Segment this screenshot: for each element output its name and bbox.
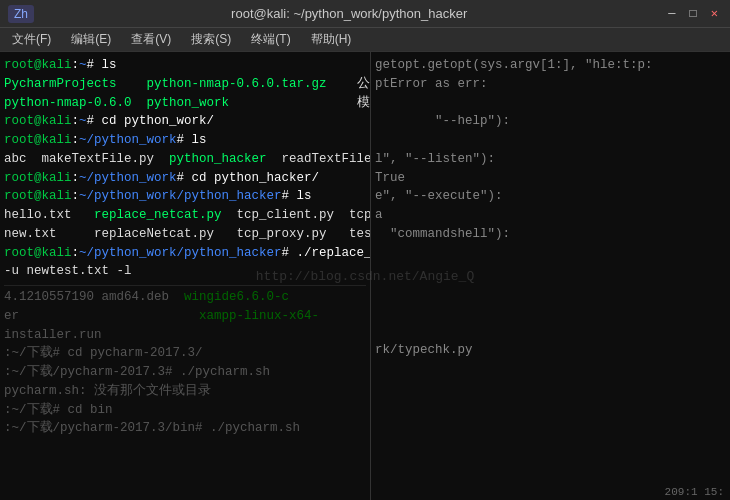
title-bar: Zh root@kali: ~/python_work/python_hacke… <box>0 0 730 28</box>
terminal-line: python-nmap-0.6.0 python_work 模板 图片 下载 桌… <box>4 94 366 113</box>
status-bar: 209:1 15: <box>665 486 724 498</box>
terminal-line: abc makeTextFile.py python_hacker readTe… <box>4 150 366 169</box>
menu-edit[interactable]: 编辑(E) <box>63 29 119 50</box>
terminal-line <box>375 244 726 263</box>
terminal-line: :~/下载/pycharm-2017.3# ./pycharm.sh <box>4 363 366 382</box>
terminal-line: :~/下载# cd pycharm-2017.3/ <box>4 344 366 363</box>
terminal-line: getopt.getopt(sys.argv[1:], "hle:t:p: <box>375 56 726 75</box>
terminal-line: root@kali:~/python_work# cd python_hacke… <box>4 169 366 188</box>
terminal[interactable]: root@kali:~# ls PycharmProjects python-n… <box>0 52 730 500</box>
terminal-line: hello.txt replace_netcat.py tcp_client.p… <box>4 206 366 225</box>
terminal-line: new.txt replaceNetcat.py tcp_proxy.py te… <box>4 225 366 244</box>
terminal-line: rk/typechk.py <box>375 341 726 360</box>
terminal-line: l", "--listen"): <box>375 150 726 169</box>
menu-view[interactable]: 查看(V) <box>123 29 179 50</box>
window-controls: ─ □ ✕ <box>664 4 722 23</box>
terminal-line: :~/下载# cd bin <box>4 401 366 420</box>
terminal-line: root@kali:~/python_work/python_hacker# l… <box>4 187 366 206</box>
terminal-line: root@kali:~# cd python_work/ <box>4 112 366 131</box>
menu-terminal[interactable]: 终端(T) <box>243 29 298 50</box>
terminal-line: "--help"): <box>375 112 726 131</box>
terminal-line: installer.run <box>4 326 366 345</box>
terminal-line: root@kali:~/python_work/python_hacker# .… <box>4 244 366 263</box>
terminal-line: PycharmProjects python-nmap-0.6.0.tar.gz… <box>4 75 366 94</box>
terminal-line: root@kali:~/python_work# ls <box>4 131 366 150</box>
lang-indicator[interactable]: Zh <box>8 5 34 23</box>
terminal-line <box>375 131 726 150</box>
close-button[interactable]: ✕ <box>707 4 722 23</box>
terminal-line <box>375 262 726 281</box>
terminal-line: a <box>375 206 726 225</box>
terminal-line: er xampp-linux-x64- <box>4 307 366 326</box>
window-title: root@kali: ~/python_work/python_hacker <box>34 6 664 21</box>
terminal-line: "commandshell"): <box>375 225 726 244</box>
terminal-line: ptError as err: <box>375 75 726 94</box>
maximize-button[interactable]: □ <box>686 5 701 23</box>
terminal-line: root@kali:~# ls <box>4 56 366 75</box>
right-terminal-pane: getopt.getopt(sys.argv[1:], "hle:t:p: pt… <box>370 52 730 500</box>
menu-help[interactable]: 帮助(H) <box>303 29 360 50</box>
terminal-line: pycharm.sh: 没有那个文件或目录 <box>4 382 366 401</box>
terminal-line: -u newtest.txt -l <box>4 262 366 281</box>
menu-file[interactable]: 文件(F) <box>4 29 59 50</box>
terminal-line: :~/下载/pycharm-2017.3/bin# ./pycharm.sh <box>4 419 366 438</box>
terminal-line: True <box>375 169 726 188</box>
menu-search[interactable]: 搜索(S) <box>183 29 239 50</box>
terminal-line: e", "--execute"): <box>375 187 726 206</box>
minimize-button[interactable]: ─ <box>664 5 679 23</box>
left-terminal-pane[interactable]: root@kali:~# ls PycharmProjects python-n… <box>0 52 370 500</box>
menu-bar: 文件(F) 编辑(E) 查看(V) 搜索(S) 终端(T) 帮助(H) <box>0 28 730 52</box>
terminal-line: 4.1210557190 amd64.deb wingide6.6.0-c <box>4 288 366 307</box>
terminal-line <box>375 94 726 113</box>
